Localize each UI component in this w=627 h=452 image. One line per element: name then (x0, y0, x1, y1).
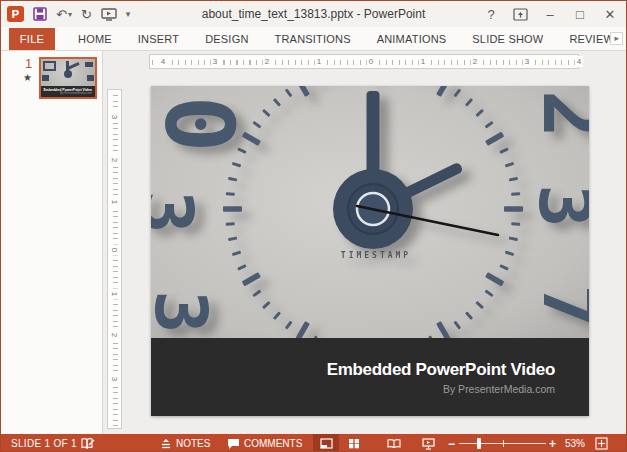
slideshow-view-button[interactable] (415, 434, 441, 452)
slide-sorter-view-button[interactable] (341, 434, 367, 452)
comments-button[interactable]: COMMENTS (227, 434, 302, 452)
status-bar: SLIDE 1 OF 1 NOTES COMMENTS (1, 434, 626, 452)
clock-digit: 0 (151, 95, 254, 152)
undo-caret-icon[interactable]: ▾ (68, 10, 72, 19)
maximize-button[interactable]: □ (572, 7, 588, 22)
thumbnail-clock-preview (41, 59, 95, 86)
ribbon-overflow-icon[interactable]: ▸ (610, 32, 623, 45)
close-button[interactable]: ✕ (602, 7, 618, 22)
ruler-number: 1 (419, 56, 427, 67)
clock-brand-label: TIMESTAMP (341, 251, 411, 260)
thumb-digit (43, 61, 56, 71)
horizontal-ruler[interactable]: 4 3 2 1 0 1 2 3 4 (149, 54, 579, 69)
clock-digit: 3 (151, 290, 223, 333)
clock-digit: 7 (527, 284, 589, 327)
fit-to-window-icon (595, 437, 608, 450)
thumb-caption-subtitle: By PresenterMedia.com (60, 92, 92, 96)
proofing-book-icon (81, 437, 95, 450)
ruler-number: 2 (108, 155, 121, 166)
caption-title: Embedded PowerPoint Video (327, 359, 555, 380)
help-icon[interactable]: ? (483, 7, 499, 22)
tab-transitions[interactable]: TRANSITIONS (262, 33, 364, 45)
tab-animations[interactable]: ANIMATIONS (364, 33, 460, 45)
ruler-number: 3 (108, 112, 121, 123)
caption-band: Embedded PowerPoint Video By PresenterMe… (151, 338, 589, 416)
clock-digit: 3 (523, 184, 589, 227)
slide-number: 1 (25, 56, 32, 71)
start-slideshow-icon[interactable] (101, 8, 117, 21)
reading-view-icon (387, 438, 401, 449)
comments-icon (227, 438, 240, 450)
ruler-number: 3 (211, 56, 219, 67)
window-controls: ? – □ ✕ (483, 1, 618, 27)
ribbon-tab-row: FILE HOME INSERT DESIGN TRANSITIONS ANIM… (1, 27, 626, 51)
ruler-number: 4 (159, 56, 167, 67)
clock-video-frame: 0 2 3 3 3 7 TIMESTAMP (151, 86, 589, 338)
ruler-number: 0 (367, 56, 375, 67)
vertical-ruler[interactable]: 3 2 1 0 1 2 3 (107, 89, 122, 429)
notes-button[interactable]: NOTES (160, 434, 210, 452)
clock-digit: 2 (525, 90, 590, 138)
zoom-in-button[interactable]: + (549, 434, 556, 452)
thumb-clock-hub (64, 70, 72, 78)
ruler-number: 1 (108, 197, 121, 208)
comments-label: COMMENTS (244, 438, 302, 449)
animation-star-icon: ★ (23, 72, 32, 83)
thumb-hour-hand (67, 62, 79, 69)
proofing-button[interactable] (81, 434, 95, 452)
undo-button[interactable]: ↶ ▾ (56, 8, 72, 21)
slide-thumbnail-panel: 1 ★ Embedded PowerPoint Video By Present… (1, 51, 103, 434)
zoom-slider-thumb[interactable] (477, 438, 481, 449)
tab-design[interactable]: DESIGN (192, 33, 261, 45)
zoom-out-button[interactable]: − (448, 434, 455, 452)
tab-file[interactable]: FILE (9, 28, 55, 50)
notes-label: NOTES (176, 438, 210, 449)
ribbon-tabs: HOME INSERT DESIGN TRANSITIONS ANIMATION… (65, 27, 627, 50)
powerpoint-app-icon[interactable]: P (7, 6, 24, 22)
thumb-digit (87, 75, 94, 81)
undo-icon: ↶ (56, 8, 67, 21)
quick-access-toolbar: P ↶ ▾ ↻ ▾ (7, 1, 130, 27)
work-area: 1 ★ Embedded PowerPoint Video By Present… (1, 51, 626, 434)
tab-insert[interactable]: INSERT (125, 33, 192, 45)
ruler-number: 2 (471, 56, 479, 67)
slide-counter: SLIDE 1 OF 1 (11, 434, 77, 452)
slide-1-thumbnail[interactable]: Embedded PowerPoint Video By PresenterMe… (39, 57, 97, 99)
customize-qat-icon[interactable]: ▾ (126, 9, 131, 19)
slide-sorter-icon (348, 438, 360, 449)
thumbnail-caption-band: Embedded PowerPoint Video By PresenterMe… (41, 86, 95, 97)
ruler-number: 2 (263, 56, 271, 67)
slideshow-view-icon (422, 438, 435, 450)
reading-view-button[interactable] (381, 434, 407, 452)
tab-slideshow[interactable]: SLIDE SHOW (459, 33, 556, 45)
ribbon-display-options-icon[interactable] (513, 8, 528, 21)
normal-view-icon (320, 438, 333, 449)
notes-icon (160, 438, 172, 449)
ruler-number: 0 (108, 245, 121, 256)
thumb-digit (42, 75, 49, 81)
ruler-number: 4 (575, 56, 583, 67)
tab-home[interactable]: HOME (65, 33, 125, 45)
ruler-number: 3 (523, 56, 531, 67)
minimize-button[interactable]: – (542, 7, 558, 22)
ruler-number: 1 (108, 289, 121, 300)
save-icon[interactable] (33, 7, 47, 21)
ruler-number: 1 (315, 56, 323, 67)
clock-digit: 3 (151, 190, 209, 233)
normal-view-button[interactable] (313, 434, 339, 452)
thumb-digit (85, 62, 93, 67)
zoom-level[interactable]: 53% (565, 434, 585, 452)
zoom-slider-midpoint (503, 440, 504, 447)
title-bar: about_time_text_13813.pptx - PowerPoint … (1, 1, 626, 27)
slide-canvas[interactable]: 0 2 3 3 3 7 TIMESTAMP (151, 86, 589, 416)
repeat-icon[interactable]: ↻ (81, 8, 92, 21)
ruler-number: 2 (108, 330, 121, 341)
powerpoint-window: about_time_text_13813.pptx - PowerPoint … (0, 0, 627, 452)
ruler-number: 3 (108, 374, 121, 385)
fit-slide-to-window-button[interactable] (595, 434, 608, 452)
caption-subtitle: By PresenterMedia.com (443, 383, 555, 395)
